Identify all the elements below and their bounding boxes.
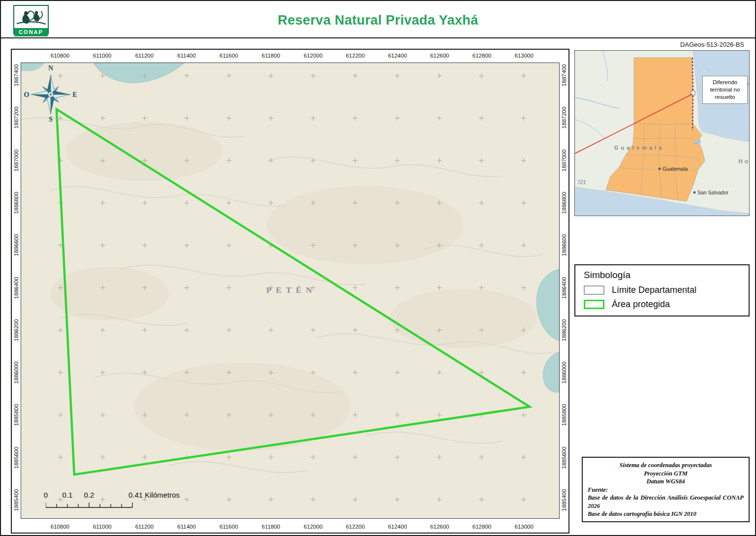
axis-right: 1887400188720018870001886800188660018864… (560, 63, 568, 519)
grid-coordinate-label: 1886400 (561, 277, 567, 299)
scale-label: 0 (44, 491, 48, 499)
grid-coordinate-label: 1886600 (13, 234, 19, 256)
grid-coordinate-label: 1886000 (561, 362, 567, 384)
inset-san-salvador-label: San Salvador (697, 189, 729, 195)
inset-san-salvador-dot (693, 191, 696, 194)
inset-honduras-label: Honduras (738, 158, 750, 165)
inset-capital-dot (659, 168, 661, 170)
grid-coordinate-label: 1887400 (13, 64, 19, 87)
grid-coordinate-label: 612800 (472, 53, 491, 59)
projection-line: Proyección GTM (588, 470, 744, 478)
header: CONAP Reserva Natural Privada Yaxhá (1, 1, 755, 38)
grid-coordinate-label: 611400 (177, 524, 196, 530)
grid-coordinate-label: 611000 (93, 53, 112, 59)
grid-coordinate-label: 611800 (262, 524, 281, 530)
grid-coordinate-label: 1887200 (561, 107, 567, 129)
grid-coordinate-label: 611600 (220, 524, 238, 530)
map-frame: 6108006110006112006114006116006118006120… (11, 49, 569, 534)
grid-coordinate-label: 611200 (135, 53, 154, 59)
compass-south-label: S (49, 116, 53, 123)
grid-coordinate-label: 1886600 (561, 234, 567, 256)
grid-coordinate-label: 1885600 (561, 446, 567, 469)
grid-coordinate-label: 612200 (346, 524, 365, 530)
coordinate-system-line: Sistema de coordenadas proyectadas (588, 461, 744, 470)
compass-north-label: N (48, 64, 53, 72)
grid-coordinate-label: 1886800 (13, 192, 19, 214)
legend-item-protected: Área protegida (584, 299, 740, 310)
grid-coordinate-label: 612600 (430, 524, 449, 530)
grid-coordinate-label: 1887000 (561, 149, 567, 171)
grid-coordinate-label: 1887400 (561, 64, 567, 87)
source-label: Fuente: (588, 486, 744, 494)
scale-label: 0.41 Kilómetros (128, 491, 180, 499)
inset-sheet-label: 721 (577, 179, 586, 185)
conap-logo-text: CONAP (14, 28, 48, 36)
legend-item-label: Límite Departamental (612, 285, 696, 295)
inset-island (703, 70, 705, 72)
grid-coordinate-label: 1887000 (13, 149, 19, 171)
protected-area-swatch (584, 300, 604, 309)
scale-bar: 00.10.20.41 Kilómetros (21, 491, 233, 513)
compass-rose-icon: N S E O (24, 64, 78, 123)
map-canvas: N S E O PETÉN 00.10.20.41 Kilómetros (21, 63, 560, 519)
legend: Simbología Límite Departamental Área pro… (574, 264, 750, 316)
grid-coordinate-label: 612800 (472, 524, 491, 530)
grid-coordinate-label: 612400 (388, 524, 407, 530)
grid-coordinate-label: 610800 (51, 53, 69, 59)
grid-coordinate-label: 1886400 (13, 277, 19, 299)
inset-capital-label: Guatemala (662, 166, 688, 172)
region-label: PETÉN (266, 285, 316, 295)
grid-coordinate-label: 1887200 (13, 107, 19, 129)
scale-label: 0.1 (63, 491, 73, 499)
grid-coordinate-label: 612000 (304, 524, 322, 530)
compass-west-label: O (24, 91, 30, 98)
grid-coordinate-label: 610800 (51, 524, 69, 530)
axis-top: 6108006110006112006114006116006118006120… (21, 50, 560, 62)
grid-coordinate-label: 1886200 (13, 319, 19, 341)
source-line-1: Base de datos de la Dirección Análisis G… (588, 494, 744, 510)
grid-coordinate-label: 1885800 (561, 404, 567, 426)
locator-inset-map: Golfo de Honduras Guatemala Guatemala Sa… (574, 50, 750, 216)
grid-coordinate-label: 612000 (304, 53, 322, 59)
scale-label: 0.2 (84, 491, 94, 499)
axis-left: 1887400188720018870001886800188660018864… (12, 63, 21, 519)
grid-coordinate-label: 611400 (177, 53, 196, 59)
grid-coordinate-label: 613000 (515, 53, 534, 59)
grid-coordinate-label: 1886000 (13, 362, 19, 384)
map-document: CONAP Reserva Natural Privada Yaxhá DAGe… (0, 0, 756, 536)
grid-coordinate-label: 1885600 (13, 446, 19, 469)
page-title: Reserva Natural Privada Yaxhá (1, 13, 755, 28)
grid-coordinate-label: 612400 (388, 53, 407, 59)
legend-item-label: Área protegida (612, 299, 670, 310)
grid-coordinate-label: 611200 (135, 524, 154, 530)
grid-coordinate-label: 612200 (346, 53, 365, 59)
grid-coordinate-label: 612600 (430, 53, 449, 59)
legend-title: Simbología (584, 270, 740, 281)
departmental-boundary-swatch (584, 285, 604, 295)
grid-coordinate-label: 611600 (220, 53, 238, 59)
axis-bottom: 6108006110006112006114006116006118006120… (21, 521, 560, 533)
document-id: DAGeos-513-2026-BS (680, 41, 744, 48)
disputed-territory-note: Diferendo territorial no resuelto (702, 76, 748, 104)
grid-coordinate-label: 611000 (93, 524, 112, 530)
scale-bar-ruler (46, 502, 139, 509)
map-info-box: Sistema de coordenadas proyectadas Proye… (582, 457, 750, 522)
source-line-2: Base de datos cartografía básica IGN 201… (588, 510, 744, 518)
legend-item-departmental: Límite Departamental (584, 285, 740, 295)
grid-coordinate-label: 1885400 (561, 489, 567, 511)
grid-coordinate-label: 1886800 (561, 192, 567, 214)
grid-coordinate-label: 1885400 (13, 489, 19, 511)
grid-coordinate-label: 1885800 (13, 404, 19, 426)
grid-coordinate-label: 613000 (515, 524, 534, 530)
datum-line: Datum WGS84 (588, 477, 744, 486)
compass-east-label: E (72, 91, 77, 98)
grid-coordinate-label: 611800 (262, 53, 281, 59)
grid-coordinate-label: 1886200 (561, 319, 567, 341)
inset-country-label: Guatemala (614, 145, 664, 151)
